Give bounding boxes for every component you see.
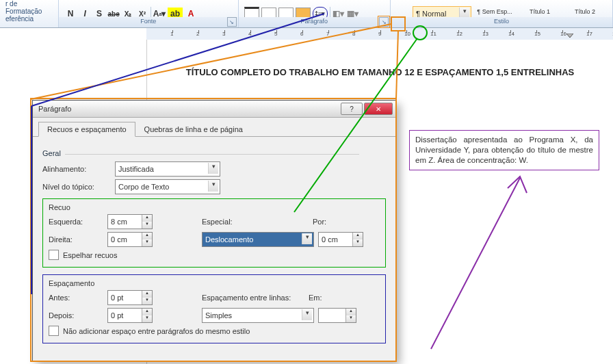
special-indent-select[interactable]: Deslocamento [202, 232, 314, 247]
general-label: Geral [42, 149, 386, 157]
mirror-indents-label: Espelhar recuos [63, 251, 118, 259]
dialog-titlebar[interactable]: Parágrafo ? ✕ [33, 101, 395, 118]
at-input[interactable]: ▲▼ [318, 308, 356, 323]
reference-label: eferência [5, 15, 34, 23]
right-indent-input[interactable]: 0 cm▲▼ [107, 232, 153, 247]
by-indent-input[interactable]: 0 cm▲▼ [318, 232, 363, 247]
left-indent-input[interactable]: 8 cm▲▼ [107, 214, 153, 229]
after-input[interactable]: 0 pt▲▼ [107, 308, 153, 323]
ribbon: r de Formatação eferência N I S abe X₂ X… [0, 0, 613, 28]
at-label: Em: [309, 294, 329, 302]
after-label: Depois: [49, 311, 103, 320]
mirror-indents-checkbox[interactable] [49, 250, 59, 260]
paragraph-dialog: Parágrafo ? ✕ Recuos e espaçamento Quebr… [32, 100, 396, 361]
paragraph-group: ‡≡▾ ◧▾ ▦▾ Parágrafo ↘ [239, 0, 391, 27]
clipboard-group-fragment: r de Formatação eferência [0, 0, 59, 27]
spacing-fieldset: Espaçamento Antes: 0 pt▲▼ Espaçamento en… [42, 274, 386, 343]
dialog-tabs: Recuos e espaçamento Quebras de linha e … [33, 118, 395, 137]
before-input[interactable]: 0 pt▲▼ [107, 290, 153, 305]
left-indent-label: Esquerda: [49, 218, 103, 226]
tab-indents-spacing[interactable]: Recuos e espaçamento [38, 122, 135, 137]
font-dialog-launcher[interactable]: ↘ [227, 17, 237, 27]
by-label: Por: [313, 218, 333, 226]
line-spacing-select[interactable]: Simples [202, 308, 314, 323]
styles-group-label: Estilo [391, 17, 612, 27]
dialog-body: Geral Alinhamento: Justificada Nível do … [33, 137, 395, 349]
format-painter-label[interactable]: r de Formatação [5, 0, 53, 15]
indent-label: Recuo [49, 203, 380, 211]
right-indent-label: Direita: [49, 235, 103, 244]
close-button[interactable]: ✕ [364, 103, 393, 115]
alignment-select[interactable]: Justificada [115, 161, 220, 177]
help-button[interactable]: ? [341, 103, 363, 115]
special-indent-label: Especial: [202, 218, 243, 226]
spacing-label: Espaçamento [49, 279, 380, 287]
outline-level-label: Nível do tópico: [42, 183, 111, 191]
tab-line-breaks[interactable]: Quebras de linha e de página [135, 122, 252, 136]
paragraph-dialog-launcher[interactable]: ↘ [379, 17, 389, 27]
svg-marker-0 [566, 34, 573, 38]
indent-fieldset: Recuo Esquerda: 8 cm▲▼ Especial: Por: Di… [42, 198, 386, 268]
line-spacing-label: Espaçamento entre linhas: [202, 294, 304, 302]
styles-group: ¶ Normal ¶ Sem Esp... Título 1 Título 2 … [391, 0, 613, 27]
alignment-label: Alinhamento: [42, 165, 111, 173]
outline-level-select[interactable]: Corpo de Texto [115, 179, 220, 194]
paragraph-group-label: Parágrafo [239, 17, 390, 27]
no-space-same-style-checkbox[interactable] [49, 326, 59, 336]
before-label: Antes: [49, 294, 103, 302]
no-space-same-style-label: Não adicionar espaço entre parágrafos do… [63, 327, 250, 335]
document-body-text: Dissertação apresentada ao Programa X, d… [409, 130, 599, 170]
font-group-label: Fonte [59, 17, 237, 27]
document-title-text: TÍTULO COMPLETO DO TRABALHO EM TAMANHO 1… [168, 67, 592, 77]
dialog-title: Parágrafo [38, 105, 71, 113]
font-group: N I S abe X₂ X² Aa▾ ab A Fonte ↘ [59, 0, 238, 27]
